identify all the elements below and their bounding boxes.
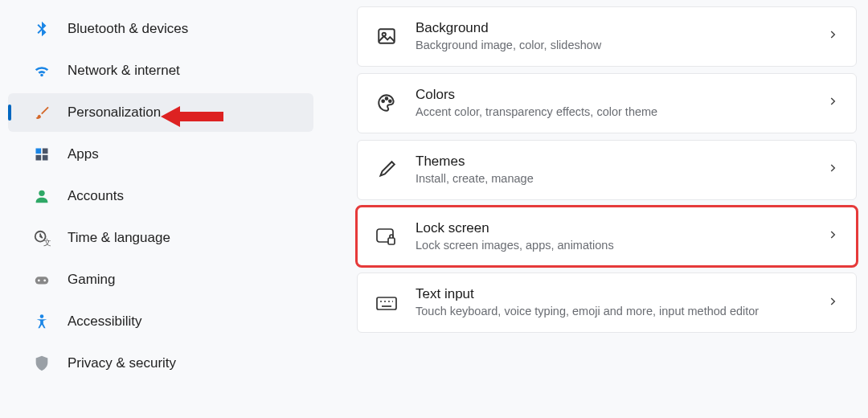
card-text: Lock screen Lock screen images, apps, an… xyxy=(416,220,817,253)
sidebar-item-label: Apps xyxy=(68,146,99,162)
settings-main-panel: groovyPost.com Background Background ima… xyxy=(321,0,868,418)
card-title: Colors xyxy=(416,87,817,103)
keyboard-icon xyxy=(375,292,398,314)
sidebar-item-label: Accounts xyxy=(68,188,124,204)
gaming-icon xyxy=(32,270,51,289)
card-subtitle: Lock screen images, apps, animations xyxy=(416,238,817,253)
sidebar-item-label: Bluetooth & devices xyxy=(68,21,188,37)
sidebar-item-label: Accessibility xyxy=(68,314,142,330)
card-subtitle: Touch keyboard, voice typing, emoji and … xyxy=(416,304,817,319)
paintbrush-icon xyxy=(32,103,51,122)
card-title: Text input xyxy=(416,286,817,302)
svg-rect-0 xyxy=(36,149,42,154)
card-colors[interactable]: Colors Accent color, transparency effect… xyxy=(357,73,857,133)
chevron-right-icon xyxy=(827,29,838,43)
svg-rect-19 xyxy=(377,297,396,309)
svg-rect-2 xyxy=(36,155,42,161)
clock-language-icon: 文 xyxy=(32,228,51,248)
lockscreen-icon xyxy=(375,225,398,248)
svg-rect-3 xyxy=(43,155,48,161)
svg-rect-7 xyxy=(35,277,49,284)
sidebar-item-label: Personalization xyxy=(68,104,161,121)
sidebar-item-personalization[interactable]: Personalization xyxy=(8,93,313,132)
svg-point-8 xyxy=(38,280,40,282)
chevron-right-icon xyxy=(827,296,838,310)
card-background[interactable]: Background Background image, color, slid… xyxy=(357,6,857,67)
svg-point-9 xyxy=(43,280,46,282)
card-text: Themes Install, create, manage xyxy=(416,154,817,186)
svg-text:文: 文 xyxy=(43,238,51,247)
bluetooth-icon xyxy=(32,19,51,39)
sidebar-item-accounts[interactable]: Accounts xyxy=(8,177,313,215)
card-subtitle: Background image, color, slideshow xyxy=(416,38,817,53)
sidebar-item-time-language[interactable]: 文 Time & language xyxy=(8,219,313,257)
sidebar-item-network-internet[interactable]: Network & internet xyxy=(8,51,313,90)
sidebar-item-label: Gaming xyxy=(68,272,116,288)
image-icon xyxy=(375,25,398,47)
svg-point-4 xyxy=(39,191,44,196)
svg-rect-12 xyxy=(379,30,395,43)
chevron-right-icon xyxy=(827,162,838,177)
card-text: Text input Touch keyboard, voice typing,… xyxy=(416,286,817,319)
shield-icon xyxy=(32,354,51,373)
svg-point-10 xyxy=(40,314,44,318)
svg-point-15 xyxy=(386,97,388,100)
wifi-icon xyxy=(32,61,51,80)
chevron-right-icon xyxy=(827,96,838,110)
card-text: Colors Accent color, transparency effect… xyxy=(416,87,817,120)
svg-point-16 xyxy=(389,100,391,103)
sidebar-item-label: Network & internet xyxy=(68,63,180,79)
svg-rect-1 xyxy=(43,149,48,154)
card-title: Background xyxy=(416,20,817,36)
sidebar-item-gaming[interactable]: Gaming xyxy=(8,260,313,299)
svg-rect-18 xyxy=(388,238,395,244)
sidebar-item-label: Time & language xyxy=(68,230,170,246)
card-subtitle: Accent color, transparency effects, colo… xyxy=(416,104,817,120)
sidebar-item-bluetooth-devices[interactable]: Bluetooth & devices xyxy=(8,10,313,48)
sidebar-item-privacy-security[interactable]: Privacy & security xyxy=(8,344,313,383)
apps-icon xyxy=(32,145,51,164)
settings-sidebar: Bluetooth & devices Network & internet P… xyxy=(0,0,321,418)
card-title: Lock screen xyxy=(416,220,817,236)
card-lock-screen[interactable]: Lock screen Lock screen images, apps, an… xyxy=(357,207,857,267)
sidebar-item-apps[interactable]: Apps xyxy=(8,135,313,174)
card-subtitle: Install, create, manage xyxy=(416,171,817,186)
accessibility-icon xyxy=(32,312,51,331)
svg-point-14 xyxy=(382,100,384,103)
palette-icon xyxy=(375,92,398,114)
card-title: Themes xyxy=(416,154,817,170)
sidebar-item-accessibility[interactable]: Accessibility xyxy=(8,302,313,341)
sidebar-item-label: Privacy & security xyxy=(68,355,176,371)
card-text: Background Background image, color, slid… xyxy=(416,20,817,53)
themes-brush-icon xyxy=(375,158,398,181)
chevron-right-icon xyxy=(827,229,838,244)
card-text-input[interactable]: Text input Touch keyboard, voice typing,… xyxy=(357,273,857,333)
account-icon xyxy=(32,186,51,206)
card-themes[interactable]: Themes Install, create, manage xyxy=(357,140,857,200)
